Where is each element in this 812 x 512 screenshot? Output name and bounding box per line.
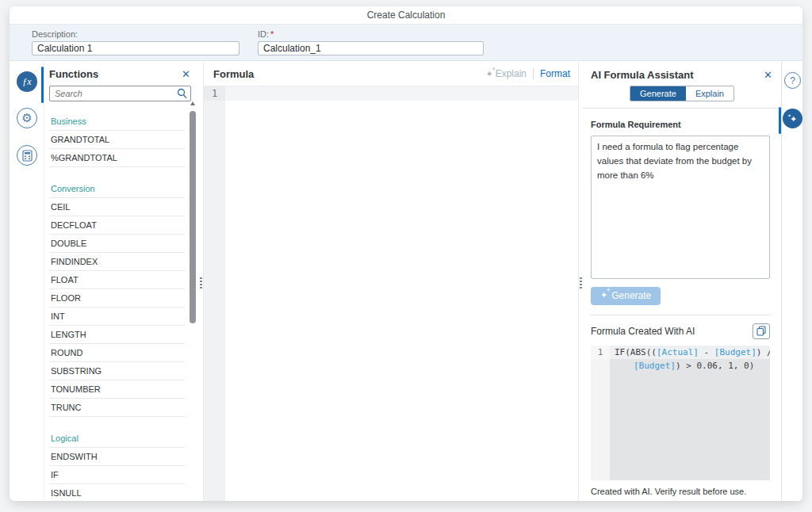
formula-active-line: 1 [204,86,578,101]
gear-icon: ⚙ [21,113,32,124]
calculator-rail-button[interactable] [17,145,37,166]
description-input[interactable] [32,41,239,55]
splitter-grip-icon [580,277,582,290]
explain-button[interactable]: ✦+ Explain [485,68,527,79]
functions-search-input[interactable] [49,86,191,101]
functions-list: BusinessGRANDTOTAL%GRANDTOTALConversionC… [49,108,185,501]
code-text: [Budget]) > 0.06, 1, 0) [610,359,754,373]
function-item[interactable]: CEIL [49,198,185,216]
copy-button[interactable] [753,323,770,339]
dialog-title: Create Calculation [10,6,802,24]
create-calculation-dialog: Create Calculation Description: ID:* ƒx … [10,6,802,501]
code-line: 1IF(ABS(([Actual] - [Budget]) / [591,346,770,359]
copy-icon [756,326,766,336]
function-item[interactable]: ROUND [49,344,185,362]
formula-panel: Formula ✦+ Explain Format 1 [203,62,579,501]
calculator-icon [22,150,33,162]
formula-line-number: 1 [204,86,225,101]
format-button[interactable]: Format [540,68,570,79]
header-divider [533,68,534,79]
formula-editor[interactable]: 1 [204,86,578,501]
function-group-label: Logical [49,428,185,448]
requirement-label: Formula Requirement [591,120,770,129]
ai-disclaimer: Created with AI. Verify result before us… [591,487,770,496]
function-item[interactable]: ISNULL [49,484,185,501]
functions-close-icon[interactable]: ✕ [179,68,193,80]
generate-button[interactable]: ✦+ Generate [591,287,661,305]
header-form: Description: ID:* [10,24,802,61]
sparkle-icon: ✦+ [600,291,607,300]
function-item[interactable]: FLOOR [49,289,185,308]
code-line-number [591,359,610,373]
left-splitter[interactable] [199,62,203,501]
function-group-label: Business [49,111,185,131]
right-icon-rail: ? ✦ ✦ [781,62,802,501]
function-item[interactable]: %GRANDTOTAL [49,149,185,167]
requirement-textarea[interactable]: I need a formula to flag percentage valu… [591,136,770,279]
tab-generate[interactable]: Generate [630,86,686,101]
id-label: ID:* [258,29,274,39]
code-line: [Budget]) > 0.06, 1, 0) [591,359,770,373]
sparkles-icon: ✦ [787,113,791,118]
ai-mode-tabs: Generate Explain [583,86,781,101]
help-button[interactable]: ? [784,72,801,89]
function-item[interactable]: IF [49,466,185,484]
ai-panel-title: AI Formula Assistant [591,69,694,81]
function-item[interactable]: GRANDTOTAL [49,131,185,149]
function-item[interactable]: TONUMBER [49,380,185,399]
ai-panel-close-icon[interactable]: ✕ [761,69,775,81]
required-asterisk: * [270,29,274,39]
functions-panel: Functions ✕ BusinessGRANDTOTAL%GRANDTOTA… [44,62,199,501]
function-item[interactable]: ENDSWITH [49,448,185,466]
formula-panel-title: Formula [213,68,485,80]
id-input[interactable] [258,41,484,55]
code-line-number: 1 [591,346,610,359]
result-label: Formula Created With AI [591,326,695,337]
function-item[interactable]: FINDINDEX [49,253,185,271]
ai-formula-assistant-panel: AI Formula Assistant ✕ Generate Explain … [583,62,781,501]
scrollbar-up-arrow[interactable] [190,101,195,105]
function-group-label: Conversion [49,178,185,198]
functions-panel-title: Functions [49,68,98,80]
function-item[interactable]: DECFLOAT [49,216,185,235]
splitter-grip-icon [200,277,202,290]
code-text: IF(ABS(([Actual] - [Budget]) / [610,346,770,359]
left-icon-rail: ƒx ⚙ [10,62,44,501]
sparkle-icon: ✦+ [485,70,492,78]
function-item[interactable]: TRUNC [49,399,185,417]
function-item[interactable]: SUBSTRING [49,362,185,380]
function-item[interactable]: LENGTH [49,326,185,344]
function-item[interactable]: FLOAT [49,271,185,289]
rail-active-indicator [779,107,781,134]
scrollbar-thumb[interactable] [190,111,196,323]
question-mark-icon: ? [790,75,795,86]
fx-icon: ƒx [22,76,31,88]
description-label: Description: [32,29,78,39]
search-icon [177,88,187,99]
functions-rail-button[interactable]: ƒx [17,71,37,92]
function-item[interactable]: INT [49,308,185,326]
function-item[interactable]: DOUBLE [49,235,185,253]
ai-section-separator [591,315,770,315]
tab-explain[interactable]: Explain [686,86,733,101]
objects-rail-button[interactable]: ⚙ [17,108,37,128]
ai-generated-code: 1IF(ABS(([Actual] - [Budget]) /[Budget])… [591,346,770,480]
functions-scrollbar [190,111,196,496]
ai-assistant-button[interactable]: ✦ ✦ [783,109,802,128]
